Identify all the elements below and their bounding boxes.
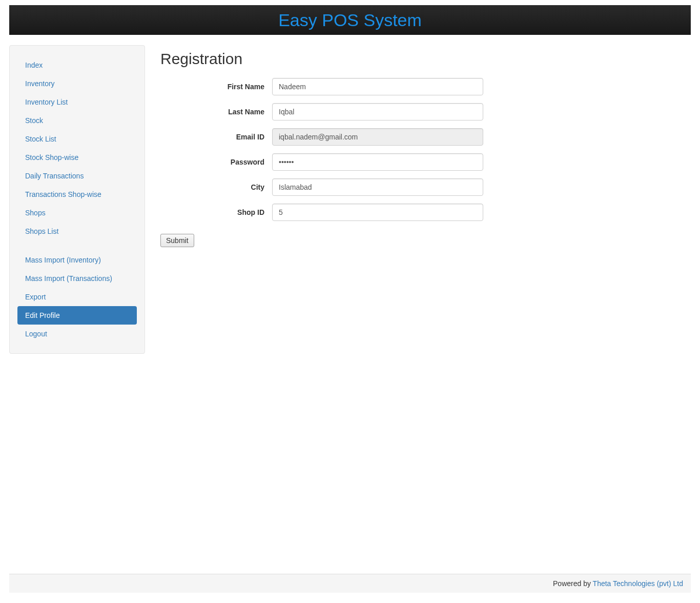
- password-label: Password: [175, 158, 272, 166]
- sidebar-item-edit-profile[interactable]: Edit Profile: [17, 306, 137, 325]
- sidebar-item-logout[interactable]: Logout: [17, 325, 137, 343]
- sidebar-item-mass-import-transactions[interactable]: Mass Import (Transactions): [17, 269, 137, 288]
- last-name-input[interactable]: [272, 103, 483, 120]
- sidebar-item-shops-list[interactable]: Shops List: [17, 222, 137, 240]
- sidebar: Index Inventory Inventory List Stock Sto…: [9, 45, 145, 354]
- footer-company-link[interactable]: Theta Technologies (pvt) Ltd: [593, 579, 683, 588]
- header-title: Easy POS System: [278, 10, 422, 30]
- last-name-label: Last Name: [175, 108, 272, 116]
- sidebar-item-index[interactable]: Index: [17, 56, 137, 74]
- sidebar-item-inventory-list[interactable]: Inventory List: [17, 93, 137, 111]
- city-label: City: [175, 183, 272, 191]
- first-name-label: First Name: [175, 83, 272, 91]
- password-input[interactable]: [272, 153, 483, 171]
- sidebar-item-mass-import-inventory[interactable]: Mass Import (Inventory): [17, 251, 137, 269]
- shop-id-input[interactable]: [272, 204, 483, 221]
- sidebar-item-stock-shopwise[interactable]: Stock Shop-wise: [17, 148, 137, 167]
- sidebar-item-export[interactable]: Export: [17, 288, 137, 306]
- footer-text: Powered by: [553, 579, 593, 588]
- email-input: [272, 128, 483, 146]
- first-name-input[interactable]: [272, 78, 483, 95]
- sidebar-item-shops[interactable]: Shops: [17, 204, 137, 222]
- footer: Powered by Theta Technologies (pvt) Ltd: [9, 574, 691, 593]
- sidebar-item-daily-transactions[interactable]: Daily Transactions: [17, 167, 137, 185]
- page-title: Registration: [160, 50, 681, 68]
- sidebar-item-stock[interactable]: Stock: [17, 111, 137, 130]
- shop-id-label: Shop ID: [175, 208, 272, 216]
- header: Easy POS System: [9, 5, 691, 35]
- email-label: Email ID: [175, 133, 272, 141]
- city-input[interactable]: [272, 178, 483, 196]
- main-content: Registration First Name Last Name Email …: [160, 45, 691, 247]
- sidebar-item-transactions-shopwise[interactable]: Transactions Shop-wise: [17, 185, 137, 204]
- sidebar-item-inventory[interactable]: Inventory: [17, 74, 137, 93]
- sidebar-item-stock-list[interactable]: Stock List: [17, 130, 137, 148]
- submit-button[interactable]: Submit: [160, 234, 194, 247]
